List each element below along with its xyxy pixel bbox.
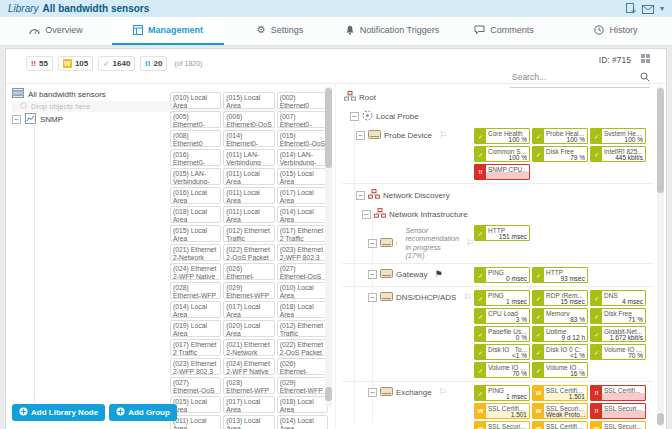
collapse-icon[interactable]: −: [368, 239, 377, 248]
status-badge-error[interactable]: !!55: [26, 56, 53, 71]
search-input[interactable]: [510, 71, 640, 83]
email-icon[interactable]: [642, 0, 654, 18]
sensor-ssl-securi[interactable]: WSSL Securi...Weak Proto...: [474, 421, 530, 429]
library-sensor-cell[interactable]: (018) Local Area: [170, 206, 221, 223]
library-sensor-cell[interactable]: (014) Local Area: [277, 206, 328, 223]
collapse-icon[interactable]: −: [350, 112, 359, 121]
sensor-common-s[interactable]: ✓Common S...100 %: [474, 146, 530, 162]
library-sensor-cell[interactable]: (015) LAN-Verbindung-: [170, 168, 221, 185]
library-scrollbar[interactable]: [325, 86, 332, 407]
tab-history[interactable]: History: [560, 17, 672, 45]
sensor-ssl-securi[interactable]: !!SSL Securi...: [590, 403, 646, 419]
library-sensor-cell[interactable]: (011) Local Area: [223, 187, 274, 204]
library-sensor-cell[interactable]: (016) Local Area: [170, 187, 221, 204]
add-group-button[interactable]: Add Group: [109, 404, 177, 421]
sensor-ssl-certifi[interactable]: WSSL Certifi...1,501: [474, 403, 530, 419]
sensor-dns[interactable]: ✓DNS4 msec: [590, 290, 646, 306]
library-sensor-cell[interactable]: (015) Ethernet0-QoS Packet: [277, 130, 328, 147]
library-sensor-cell[interactable]: (011) Local Area: [223, 206, 274, 223]
sensor-system-he[interactable]: ✓System He...100 %: [590, 128, 646, 144]
library-sensor-cell[interactable]: (027) Ethernet-QoS Packet: [170, 377, 221, 394]
caret-down-icon[interactable]: ▾: [660, 4, 664, 13]
library-sensor-cell[interactable]: (012) Ethernet Traffic: [223, 225, 274, 242]
tree-node[interactable]: Root: [344, 89, 654, 103]
sensor-gigabit-net[interactable]: ✓Gigabit-Net...1,672 kbit/s: [590, 326, 646, 342]
sensor-ping[interactable]: ✓PING1 msec: [474, 290, 530, 306]
add-library-node-button[interactable]: Add Library Node: [12, 404, 105, 421]
scrollbar-thumb[interactable]: [325, 88, 332, 168]
library-sensor-cell[interactable]: (022) Ethernet 2-QoS Packet: [223, 244, 274, 261]
library-sensor-cell[interactable]: (007) Ethernet0-WFP 802.3: [277, 111, 328, 128]
library-sensor-cell[interactable]: (019) Local Area: [170, 320, 221, 337]
library-sensor-cell[interactable]: (017) Local Area: [277, 187, 328, 204]
library-sensor-cell[interactable]: (010) Local Area: [170, 92, 221, 109]
library-sensor-cell[interactable]: (029) Ethernet-WFP Native: [223, 282, 274, 299]
library-sensor-cell[interactable]: (017) Ethernet 2 Traffic: [170, 339, 221, 356]
sensor-ssl-securi[interactable]: WSSL Securi...Weak Proto...: [532, 403, 588, 419]
tree-node[interactable]: −Exchange⚐: [368, 385, 474, 398]
collapse-icon[interactable]: −: [368, 388, 377, 397]
scrollbar-thumb[interactable]: [325, 387, 332, 401]
library-sensor-cell[interactable]: (014) LAN-Verbindung-QoS: [277, 149, 328, 166]
library-sensor-cell[interactable]: (021) Ethernet 2-Network: [223, 339, 274, 356]
scrollbar-thumb[interactable]: [657, 413, 664, 425]
scrollbar-thumb[interactable]: [657, 88, 664, 193]
tree-node[interactable]: −DNS/DHCP/ADS⚐: [368, 290, 474, 303]
sensor-core-health[interactable]: ✓Core Health100 %: [474, 128, 530, 144]
library-sensor-cell[interactable]: (016) Ethernet0-WFP 802.3: [170, 149, 221, 166]
sensor-disk-free[interactable]: ✓Disk Free79 %: [532, 146, 588, 162]
collapse-icon[interactable]: −: [362, 210, 371, 219]
library-sensor-cell[interactable]: (022) Ethernet 2-QoS Packet: [277, 339, 328, 356]
sensor-volume-io[interactable]: ✓Volume IO ...70 %: [474, 362, 530, 378]
library-sensor-cell[interactable]: (024) Ethernet 2-WFP Native: [170, 263, 221, 280]
flag-icon[interactable]: ⚐: [439, 131, 447, 140]
library-sensor-cell[interactable]: (026) Ethernet-Network: [223, 263, 274, 280]
sensor-ping[interactable]: ✓PING0 msec: [474, 267, 530, 283]
multi-edit-grid-icon[interactable]: [641, 54, 650, 65]
library-sensor-cell[interactable]: (028) Ethernet-WFP 802.3: [170, 282, 221, 299]
tree-node[interactable]: −Network Infrastructure: [362, 206, 654, 220]
sensor-ssl-certifi[interactable]: WSSL Certifi...1,501: [532, 421, 588, 429]
sensor-pagefile-us[interactable]: ✓Pagefile Us...0 %: [474, 326, 530, 342]
sensor-rdp-rem[interactable]: ✓RDP (Rem...15 msec: [532, 290, 588, 306]
library-sensor-cell[interactable]: (011) Local Area: [223, 168, 274, 185]
library-sensor-cell[interactable]: (014) Local Area: [277, 415, 328, 429]
sensor-http[interactable]: ✓HTTP93 msec: [532, 267, 588, 283]
sensor-disk-free[interactable]: ✓Disk Free71 %: [590, 308, 646, 324]
sensor-uptime[interactable]: ✓Uptime9 d 12 h: [532, 326, 588, 342]
library-sensor-cell[interactable]: (017) Local Area: [223, 301, 274, 318]
library-sensor-cell[interactable]: (011) LAN-Verbindung: [223, 149, 274, 166]
sensor-disk-io-0-c[interactable]: ✓Disk IO 0 C:<1 %: [532, 344, 588, 360]
sensor-intel-r-825[interactable]: ✓Intel[R] 825...445 kbit/s: [590, 146, 646, 162]
sensor-http[interactable]: ✓HTTP151 msec: [474, 225, 530, 241]
library-sensor-cell[interactable]: (008) Ethernet0 Traffic: [170, 130, 221, 147]
new-window-icon[interactable]: [626, 0, 636, 18]
flag-icon[interactable]: ⚑: [435, 270, 443, 279]
sensor-cpu-load[interactable]: ✓CPU Load3 %: [474, 308, 530, 324]
tree-node[interactable]: −Gateway⚑: [368, 267, 474, 280]
library-sensor-cell[interactable]: (010) Local Area: [277, 282, 328, 299]
library-sensor-cell[interactable]: (018) Local Area: [277, 301, 328, 318]
library-sensor-cell[interactable]: (017) Ethernet 2 Traffic: [277, 225, 328, 242]
collapse-icon[interactable]: −: [368, 293, 377, 302]
tab-comments[interactable]: Comments: [448, 17, 560, 45]
library-sensor-cell[interactable]: (020) Local Area: [223, 320, 274, 337]
sensor-snmp-cpu[interactable]: !!SNMP CPU...: [474, 164, 530, 180]
library-sensor-cell[interactable]: (015) Local Area: [223, 92, 274, 109]
library-sensor-cell[interactable]: (015) Local Area: [277, 168, 328, 185]
library-sensor-cell[interactable]: (002) Ethernet0 Traffic: [277, 92, 328, 109]
sensor-disk-io-to[interactable]: ✓Disk IO _To...<1 %: [474, 344, 530, 360]
library-sensor-cell[interactable]: (014) Ethernet0-WFP Native: [223, 130, 274, 147]
library-sensor-cell[interactable]: (018) Local Area: [277, 396, 328, 413]
library-sensor-cell[interactable]: (015) Local Area: [170, 225, 221, 242]
library-sensor-cell[interactable]: (012) Ethernet Traffic: [277, 320, 328, 337]
tree-node[interactable]: −Inte...Sensor recommendation in progres…: [368, 225, 474, 260]
library-sensor-cell[interactable]: (021) Ethernet 2-Network: [170, 244, 221, 261]
tab-overview[interactable]: Overview: [0, 17, 112, 45]
collapse-icon[interactable]: −: [356, 131, 365, 140]
flag-icon[interactable]: ⚐: [439, 388, 447, 397]
sensor-volume-io[interactable]: ✓Volume IO ...70 %: [590, 344, 646, 360]
tree-scrollbar[interactable]: [657, 86, 664, 427]
library-sensor-cell[interactable]: (023) Ethernet 2-WFP 802.3: [170, 358, 221, 375]
tree-node[interactable]: −Network Discovery: [356, 187, 654, 201]
